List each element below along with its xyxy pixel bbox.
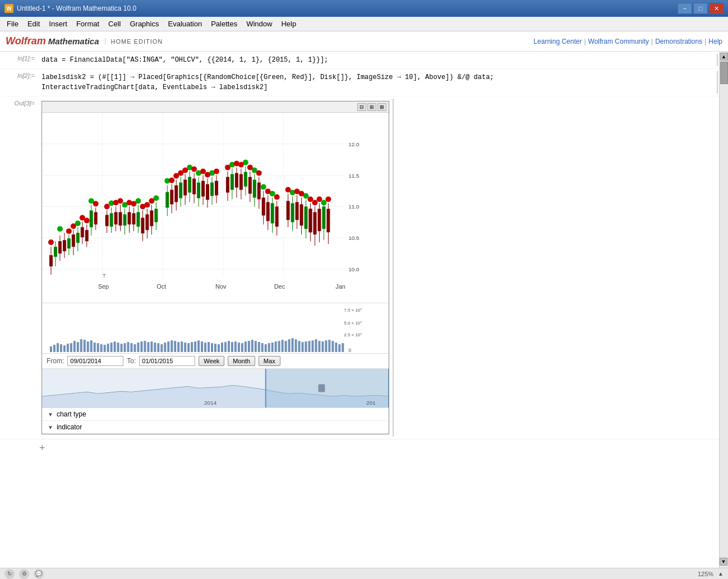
- range-navigator[interactable]: 2014 201: [42, 369, 389, 408]
- svg-rect-223: [150, 341, 153, 352]
- svg-rect-257: [265, 344, 267, 352]
- in1-code[interactable]: data = FinancialData["AS:INGA", "OHLCV",…: [42, 55, 713, 65]
- svg-text:Oct: Oct: [156, 283, 166, 290]
- svg-rect-236: [194, 341, 196, 352]
- svg-rect-104: [257, 183, 261, 200]
- svg-rect-204: [87, 341, 89, 352]
- svg-rect-245: [224, 342, 227, 352]
- in2-label: In[2]:=: [0, 71, 39, 79]
- indicator-row[interactable]: ▼ indicator: [42, 421, 389, 434]
- svg-rect-239: [204, 342, 206, 352]
- scroll-up-button[interactable]: ▲: [720, 53, 728, 61]
- notebook[interactable]: In[1]:= data = FinancialData["AS:INGA", …: [0, 52, 719, 568]
- svg-rect-241: [211, 343, 213, 352]
- from-date-input[interactable]: [67, 356, 123, 366]
- week-button[interactable]: Week: [199, 356, 224, 366]
- svg-rect-254: [255, 341, 257, 352]
- svg-rect-50: [123, 214, 127, 225]
- svg-point-160: [118, 198, 123, 204]
- window-controls[interactable]: − □ ✕: [678, 3, 724, 14]
- svg-rect-52: [128, 212, 131, 224]
- svg-point-151: [321, 200, 326, 206]
- scrollbar-gutter[interactable]: ▲ ▼: [719, 52, 728, 568]
- maximize-button[interactable]: □: [693, 3, 708, 14]
- svg-rect-34: [81, 227, 84, 237]
- in2-line1[interactable]: labelsdisk2 = (#[[1]] → Placed[Graphics[…: [42, 72, 713, 82]
- price-chart[interactable]: 10.0 10.5 11.0 11.5 12.0 Sep Oct Nov Dec…: [42, 113, 389, 303]
- menu-graphics[interactable]: Graphics: [125, 18, 163, 29]
- chart-wrapper: ⊟ ⊞ ⊠: [39, 99, 391, 437]
- in2-content[interactable]: labelsdisk2 = (#[[1]] → Placed[Graphics[…: [39, 71, 716, 94]
- svg-point-179: [265, 189, 271, 194]
- svg-point-152: [48, 239, 54, 245]
- svg-rect-268: [302, 342, 304, 352]
- svg-point-165: [149, 198, 154, 204]
- scroll-thumb[interactable]: [720, 62, 728, 84]
- svg-rect-255: [258, 342, 260, 352]
- svg-rect-279: [338, 344, 340, 352]
- app-icon: W: [4, 4, 13, 13]
- svg-rect-234: [187, 343, 190, 352]
- menu-edit[interactable]: Edit: [23, 18, 44, 29]
- in2-line2[interactable]: InteractiveTradingChart[data, EventLabel…: [42, 82, 713, 92]
- help-link[interactable]: Help: [708, 38, 722, 45]
- community-link[interactable]: Wolfram Community: [588, 38, 649, 45]
- scroll-down-button[interactable]: ▼: [720, 558, 727, 566]
- svg-point-133: [57, 226, 63, 231]
- svg-rect-96: [239, 174, 243, 190]
- menu-cell[interactable]: Cell: [104, 18, 125, 29]
- menu-palettes[interactable]: Palettes: [206, 18, 242, 29]
- notebook-footer: [0, 456, 719, 512]
- svg-rect-276: [328, 340, 330, 352]
- message-icon[interactable]: 💬: [34, 569, 44, 579]
- close-button[interactable]: ✕: [709, 3, 724, 14]
- svg-rect-30: [72, 234, 75, 247]
- svg-rect-208: [100, 344, 103, 352]
- menu-evaluation[interactable]: Evaluation: [163, 18, 206, 29]
- max-button[interactable]: Max: [259, 356, 280, 366]
- svg-rect-225: [157, 343, 159, 352]
- demonstrations-link[interactable]: Demonstrations: [655, 38, 702, 45]
- chart-expand-btn[interactable]: ⊠: [377, 103, 386, 111]
- settings-icon[interactable]: ⚙: [19, 569, 29, 579]
- svg-point-186: [316, 197, 322, 202]
- svg-rect-84: [206, 184, 209, 200]
- svg-rect-80: [197, 183, 200, 198]
- menu-window[interactable]: Window: [242, 18, 277, 29]
- svg-text:12.0: 12.0: [348, 141, 360, 147]
- in1-content[interactable]: data = FinancialData["AS:INGA", "OHLCV",…: [39, 54, 716, 66]
- menu-file[interactable]: File: [2, 18, 23, 29]
- add-cell-button[interactable]: +: [39, 443, 45, 453]
- svg-rect-280: [342, 343, 344, 352]
- zoom-up-icon[interactable]: ▲: [718, 571, 724, 577]
- svg-rect-60: [145, 214, 149, 230]
- menu-format[interactable]: Format: [72, 18, 104, 29]
- edition-label: HOME EDITION: [105, 38, 163, 45]
- chart-resize-btn[interactable]: ⊟: [357, 103, 366, 111]
- svg-rect-78: [192, 179, 196, 194]
- svg-rect-130: [322, 207, 325, 229]
- minimize-button[interactable]: −: [678, 3, 692, 14]
- svg-rect-233: [184, 342, 186, 352]
- svg-point-156: [84, 217, 90, 223]
- zoom-level: 125%: [698, 571, 713, 577]
- svg-point-157: [93, 201, 99, 207]
- menu-insert[interactable]: Insert: [44, 18, 72, 29]
- svg-rect-86: [210, 183, 214, 196]
- svg-rect-126: [313, 212, 316, 234]
- indicator-label: indicator: [57, 423, 82, 431]
- learning-center-link[interactable]: Learning Center: [533, 38, 582, 45]
- svg-point-180: [274, 194, 280, 200]
- svg-text:5.0 × 10⁷: 5.0 × 10⁷: [344, 321, 362, 326]
- menu-help[interactable]: Help: [277, 18, 301, 29]
- svg-rect-261: [278, 341, 280, 352]
- svg-rect-270: [308, 341, 310, 352]
- volume-bars: [50, 338, 344, 352]
- to-date-input[interactable]: [139, 356, 195, 366]
- chart-settings-btn[interactable]: ⊞: [367, 103, 376, 111]
- chart-type-row[interactable]: ▼ chart type: [42, 408, 389, 421]
- refresh-icon[interactable]: ↻: [4, 569, 15, 579]
- svg-rect-210: [107, 344, 109, 352]
- chart-controls: From: To: Week Month Max: [42, 354, 389, 369]
- month-button[interactable]: Month: [228, 356, 255, 366]
